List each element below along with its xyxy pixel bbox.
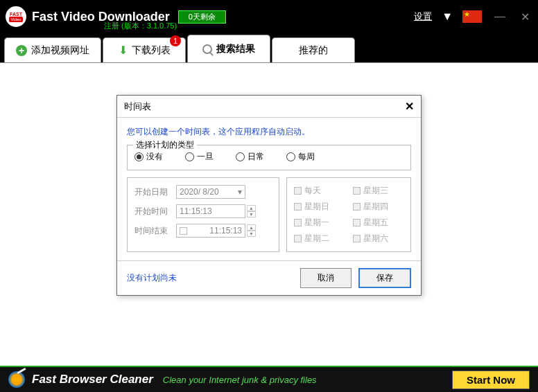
day-mon[interactable]: 星期一 [294,217,345,229]
day-sat[interactable]: 星期六 [353,233,404,244]
promo-banner: Fast Browser Cleaner Clean your Internet… [0,366,538,392]
tab-add-url[interactable]: + 添加视频网址 [4,37,101,62]
time-settings-box: 开始日期 2020/ 8/20▾ 开始时间 11:15:13 ▲▼ 时间结束 1… [127,177,279,252]
day-tue[interactable]: 星期二 [294,233,345,244]
cancel-button[interactable]: 取消 [300,268,352,288]
app-logo-icon: FASTVideo [6,6,26,27]
spin-up-icon: ▲ [247,224,256,231]
start-time-label: 开始时间 [134,206,176,217]
day-thu[interactable]: 星期四 [353,201,404,213]
titlebar: FASTVideo Fast Video Downloader 0天剩余 设置 … [0,0,538,33]
main-content: 时间表 ✕ 您可以创建一个时间表，这个应用程序自动启动。 选择计划的类型 没有 … [0,62,538,366]
plan-type-fieldset: 选择计划的类型 没有 一旦 日常 每周 [127,145,411,170]
calendar-dropdown-icon: ▾ [238,187,242,197]
end-time-spinner[interactable]: ▲▼ [247,224,256,237]
start-date-input[interactable]: 2020/ 8/20▾ [176,185,245,199]
radio-icon [134,152,144,161]
footer-status-text: 没有计划尚未 [127,272,177,284]
tab-label: 搜索结果 [216,43,255,55]
dialog-title-text: 时间表 [124,100,151,113]
tab-search-results[interactable]: 搜索结果 [187,35,270,62]
radio-none[interactable]: 没有 [134,151,163,163]
days-box: 每天 星期三 星期日 星期四 星期一 星期五 星期二 星期六 [286,177,411,252]
schedule-dialog: 时间表 ✕ 您可以创建一个时间表，这个应用程序自动启动。 选择计划的类型 没有 … [116,95,422,296]
day-sun[interactable]: 星期日 [294,201,345,213]
start-now-button[interactable]: Start Now [452,371,530,389]
spin-down-icon: ▼ [247,211,256,217]
download-count-badge: 1 [170,35,181,46]
day-everyday[interactable]: 每天 [294,185,345,197]
radio-daily[interactable]: 日常 [236,151,264,163]
tab-download-list[interactable]: ⬇ 下载列表 1 [103,37,186,62]
tabbar: + 添加视频网址 ⬇ 下载列表 1 搜索结果 推荐的 [0,33,538,62]
plus-icon: + [16,45,27,56]
radio-icon [286,152,295,161]
end-time-checkbox[interactable] [180,227,187,235]
radio-icon [185,152,194,161]
start-date-label: 开始日期 [134,186,176,198]
dialog-close-button[interactable]: ✕ [405,100,414,113]
search-icon [202,44,212,54]
save-button[interactable]: 保存 [358,268,411,288]
register-version-text[interactable]: 注册 (版本：3.1.0.75) [104,21,177,31]
radio-weekly[interactable]: 每周 [286,151,315,163]
tab-label: 添加视频网址 [31,44,89,57]
banner-subtitle: Clean your Internet junk & privacy files [163,375,317,385]
settings-dropdown-icon[interactable]: ▼ [442,10,453,23]
tab-label: 推荐的 [299,44,328,57]
tab-recommended[interactable]: 推荐的 [272,37,355,62]
tab-label: 下载列表 [132,44,171,57]
settings-link[interactable]: 设置 [414,10,432,23]
plan-type-legend: 选择计划的类型 [133,139,197,151]
start-time-input[interactable]: 11:15:13 [176,204,245,218]
radio-icon [236,152,245,161]
banner-title: Fast Browser Cleaner [32,373,153,386]
end-time-label: 时间结束 [134,225,176,237]
spin-down-icon: ▼ [247,231,256,237]
close-button[interactable]: ✕ [518,10,532,24]
start-time-spinner[interactable]: ▲▼ [247,205,256,217]
radio-once[interactable]: 一旦 [185,151,214,163]
end-time-input[interactable]: 11:15:13 [176,224,245,238]
day-wed[interactable]: 星期三 [353,185,404,197]
minimize-button[interactable]: — [492,10,508,23]
download-icon: ⬇ [119,44,128,57]
language-flag-cn[interactable] [462,10,482,23]
dialog-info-text: 您可以创建一个时间表，这个应用程序自动启动。 [127,126,411,138]
spin-up-icon: ▲ [247,205,256,211]
day-fri[interactable]: 星期五 [353,217,404,229]
cleaner-icon [8,371,25,388]
days-remaining-badge: 0天剩余 [178,10,226,24]
